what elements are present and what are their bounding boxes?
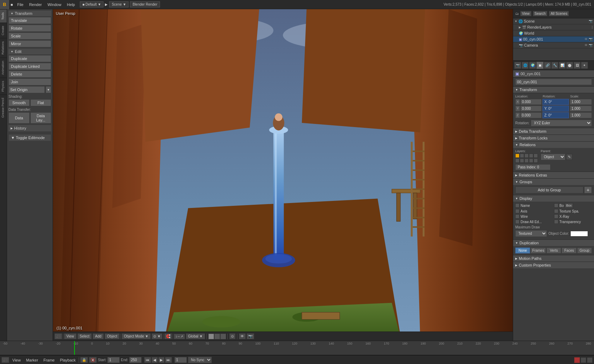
- tab-animation[interactable]: Animation: [0, 58, 7, 78]
- dup-faces-btn[interactable]: Faces: [562, 247, 576, 253]
- tab-create[interactable]: Create: [0, 23, 7, 38]
- origin-btn[interactable]: ⊙ ▼: [152, 333, 162, 339]
- toggle-editmode-btn[interactable]: ▼ Toggle Editmode: [8, 134, 51, 141]
- pass-index-display[interactable]: Pass Index: 0: [515, 164, 551, 170]
- play-reverse-btn[interactable]: ◀: [152, 357, 158, 363]
- box-btn[interactable]: Box: [565, 203, 573, 208]
- snap-btn[interactable]: 🧲: [164, 333, 172, 339]
- data-lay-btn[interactable]: Data Lay...: [30, 112, 52, 124]
- x-ray-checkbox[interactable]: [554, 214, 558, 219]
- rot-x[interactable]: X: 0°: [542, 99, 569, 105]
- transparency-checkbox[interactable]: [554, 220, 558, 224]
- transform-locks-header[interactable]: ▶ Transform Locks: [513, 135, 594, 141]
- playback-menu[interactable]: Playback: [58, 356, 78, 364]
- tab-physics[interactable]: Physics: [0, 78, 7, 95]
- end-frame-input[interactable]: [129, 357, 142, 363]
- scene-item[interactable]: ▼ 🌐 Scene 📷: [513, 18, 594, 24]
- name-checkbox[interactable]: [515, 203, 519, 208]
- loc-z[interactable]: 0.000: [520, 112, 542, 118]
- layer-2[interactable]: [214, 334, 220, 339]
- dup-frames-btn[interactable]: Frames: [530, 247, 546, 253]
- search-btn[interactable]: Search: [533, 11, 548, 16]
- translate-btn[interactable]: Translate: [8, 17, 51, 24]
- bottom-cam-btn[interactable]: 🎥: [1, 357, 9, 363]
- current-frame-input[interactable]: [174, 357, 187, 363]
- layer-btn-7[interactable]: [520, 159, 524, 163]
- object-prop-icon[interactable]: ▣: [536, 62, 543, 69]
- add-menu-btn[interactable]: Add: [93, 333, 104, 339]
- modifier-prop-icon[interactable]: 🔧: [551, 62, 558, 69]
- display-header[interactable]: ▼ Display: [513, 195, 594, 202]
- select-menu-btn[interactable]: Select: [77, 333, 92, 339]
- layer-btn-3[interactable]: [524, 154, 529, 158]
- motion-paths-header[interactable]: ▶ Motion Paths: [513, 255, 594, 262]
- layer-btn-10[interactable]: [534, 159, 538, 163]
- object-menu-btn[interactable]: Object: [105, 333, 120, 339]
- viewport-camera-btn[interactable]: 🎥: [54, 333, 62, 339]
- particle-prop-icon[interactable]: ✦: [581, 62, 588, 69]
- constraint-prop-icon[interactable]: 🔗: [544, 62, 551, 69]
- jump-end-btn[interactable]: ⏭: [165, 357, 172, 363]
- rot-z[interactable]: Z: 0°: [542, 112, 569, 118]
- menu-window[interactable]: Window: [44, 0, 64, 9]
- world-item[interactable]: 🌍 World: [513, 30, 594, 36]
- bo-checkbox[interactable]: [554, 203, 558, 208]
- duplication-header[interactable]: ▼ Duplication: [513, 240, 594, 246]
- duplicate-btn[interactable]: Duplicate: [8, 55, 51, 62]
- tab-relations[interactable]: Relations: [0, 38, 7, 58]
- transform-icons[interactable]: ↕↔↗: [174, 334, 185, 339]
- render-engine-selector[interactable]: Blender Render: [130, 1, 160, 7]
- menu-help[interactable]: Help: [64, 0, 78, 9]
- layer-btn-6[interactable]: [515, 159, 519, 163]
- render-btn[interactable]: 📷: [246, 333, 254, 339]
- tab-grease-pencil[interactable]: Grease Pencil: [0, 95, 7, 121]
- start-frame-input[interactable]: [107, 357, 120, 363]
- scale-y[interactable]: 1.000: [570, 106, 592, 112]
- lock-btn[interactable]: 🔒: [80, 357, 88, 363]
- obj-00cyn-item[interactable]: ▣ 00_cyn.001 👁 📷: [513, 36, 594, 42]
- scale-z[interactable]: 1.000: [570, 112, 592, 118]
- layer-3[interactable]: [220, 334, 226, 339]
- layer-btn-9[interactable]: [529, 159, 533, 163]
- render-prop-icon[interactable]: 📷: [514, 62, 521, 69]
- set-origin-btn[interactable]: Set Origin: [8, 86, 45, 93]
- play-btn[interactable]: ▶: [158, 357, 165, 363]
- frame-menu[interactable]: Frame: [41, 356, 57, 364]
- render-still-btn[interactable]: [574, 357, 580, 363]
- world-prop-icon[interactable]: 🌍: [529, 62, 536, 69]
- mirror-btn[interactable]: Mirror: [8, 40, 51, 47]
- flat-btn[interactable]: Flat: [30, 99, 52, 106]
- set-origin-dropdown[interactable]: ▼: [46, 86, 51, 93]
- relations-header[interactable]: ▼ Relations: [513, 142, 594, 148]
- proportional-btn[interactable]: ⊙: [229, 333, 236, 339]
- join-btn[interactable]: Join: [8, 78, 51, 85]
- window-type-selector[interactable]: ■ Default ▼: [80, 1, 103, 7]
- scale-btn[interactable]: Scale: [8, 32, 51, 40]
- scale-x[interactable]: 1.000: [570, 99, 592, 105]
- audio-btn[interactable]: [587, 357, 593, 363]
- parent-dropdown[interactable]: Object: [541, 154, 565, 160]
- layer-btn-5[interactable]: [534, 154, 538, 158]
- global-dropdown[interactable]: Global ▼: [186, 333, 206, 339]
- dup-group-btn[interactable]: Group: [577, 247, 592, 253]
- scene-prop-icon[interactable]: 🌐: [522, 62, 529, 69]
- material-prop-icon[interactable]: ⬤: [566, 62, 573, 69]
- delete-btn[interactable]: Delete: [8, 71, 51, 78]
- view-menu-bottom[interactable]: View: [10, 356, 23, 364]
- texture-prop-icon[interactable]: 🖼: [574, 62, 581, 69]
- layer-btn-1[interactable]: [515, 154, 519, 158]
- wire-checkbox[interactable]: [515, 214, 519, 219]
- no-sync-dropdown[interactable]: No Sync: [188, 357, 212, 363]
- layer-btn-2[interactable]: [520, 154, 524, 158]
- custom-props-header[interactable]: ▶ Custom Properties: [513, 262, 594, 268]
- show-hide-btn[interactable]: 👁: [239, 333, 246, 339]
- all-scenes-btn[interactable]: All Scenes: [549, 11, 569, 16]
- loc-y[interactable]: 0.000: [520, 106, 542, 112]
- dup-verts-btn[interactable]: Verts: [546, 247, 561, 253]
- layer-btn-4[interactable]: [529, 154, 533, 158]
- rotate-btn[interactable]: Rotate: [8, 25, 51, 32]
- smooth-btn[interactable]: Smooth: [8, 99, 30, 106]
- add-group-plus-btn[interactable]: +: [584, 186, 592, 193]
- delta-transform-header[interactable]: ▶ Delta Transform: [513, 128, 594, 135]
- menu-render[interactable]: Render: [26, 0, 44, 9]
